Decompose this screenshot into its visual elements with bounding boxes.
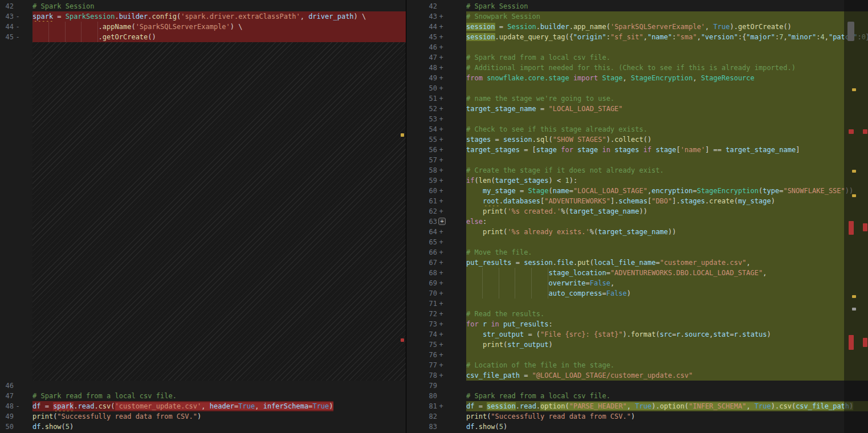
code-line: 58+# Create the stage if it does not alr…	[406, 165, 868, 175]
code-text[interactable]: .appName('SparkSQLServerExample') \	[32, 22, 243, 32]
gutter: 74+	[406, 329, 466, 340]
code-token: "@LOCAL_LOAD_STAGE/customer_update.csv"	[532, 371, 693, 379]
code-line: 68+ stage_location="ADVENTUREWORKS.DBO.L…	[406, 268, 868, 278]
code-text[interactable]: # Location of the file in the stage.	[466, 360, 614, 370]
code-text[interactable]: auto_compress=False)	[466, 288, 631, 299]
code-token: =	[672, 330, 676, 338]
code-text[interactable]: stage_location="ADVENTUREWORKS.DBO.LOCAL…	[466, 268, 767, 278]
code-content: session.update_query_tag({"origin":"sf_s…	[466, 32, 868, 42]
code-token: stages	[466, 136, 491, 144]
code-text[interactable]: df.show(5)	[466, 422, 507, 432]
code-text[interactable]: # name the stage we're going to use.	[466, 93, 614, 104]
code-token: ,	[783, 33, 787, 41]
code-content	[466, 155, 868, 165]
code-text[interactable]: if(len(target_stages) < 1):	[466, 175, 577, 186]
code-text[interactable]: print("Successfully read data from CSV."…	[466, 411, 635, 422]
code-text[interactable]: print('%s created.'%(target_stage_name))	[466, 206, 647, 217]
code-text[interactable]: # Read the results.	[466, 309, 544, 319]
code-text[interactable]: from snowflake.core.stage import Stage, …	[466, 73, 755, 83]
line-number: 43	[406, 11, 437, 22]
code-token: "PARSE_HEADER"	[569, 402, 627, 410]
code-text[interactable]: # Check to see if this stage already exi…	[466, 124, 647, 134]
code-text[interactable]: print('%s already exists.'%(target_stage…	[466, 227, 677, 237]
diff-marker: +	[437, 288, 445, 299]
code-token	[569, 74, 573, 82]
code-text[interactable]: # Create the stage if it does not alread…	[466, 165, 664, 175]
code-text[interactable]: for r in put_results:	[466, 319, 553, 329]
code-text[interactable]: print("Successfully read data from CSV."…	[32, 411, 201, 422]
code-token: .	[94, 402, 98, 410]
code-text[interactable]: session.update_query_tag({"origin":"sf_s…	[466, 32, 868, 42]
code-token: ,	[643, 33, 647, 41]
code-line: 52+target_stage_name = "LOCAL_LOAD_STAGE…	[406, 104, 868, 114]
code-token: print	[483, 228, 503, 236]
code-text[interactable]: df.show(5)	[32, 422, 74, 432]
code-token: 5	[499, 423, 503, 431]
code-text[interactable]: session = Session.builder.app_name('Spar…	[466, 22, 792, 32]
code-token: .	[536, 402, 540, 410]
code-content: # Additional import needed for this. (Ch…	[466, 63, 868, 73]
diff-marker: +	[437, 278, 445, 288]
code-text[interactable]: # Spark read from a local csv file.	[466, 52, 610, 63]
code-token: =	[53, 13, 66, 21]
gutter: 79	[406, 381, 466, 391]
right-scrollbar[interactable]	[844, 0, 868, 433]
info-mark	[852, 308, 856, 311]
diff-marker: +	[437, 73, 445, 83]
code-token: target_stage_name	[569, 207, 639, 215]
code-token: ,	[300, 13, 308, 21]
code-token: "minor"	[788, 33, 817, 41]
code-text[interactable]: df = session.read.option("PARSE_HEADER",…	[466, 401, 853, 411]
code-content: df.show(5)	[466, 422, 868, 432]
diff-marker	[437, 411, 445, 422]
code-text[interactable]: # Spark Session	[466, 1, 528, 11]
line-number: 82	[406, 411, 437, 422]
code-text[interactable]: target_stage_name = "LOCAL_LOAD_STAGE"	[466, 104, 623, 114]
code-text[interactable]: target_stages = [stage for stage in stag…	[466, 145, 800, 155]
code-text[interactable]: print(str_output)	[466, 340, 553, 350]
code-token: ).	[771, 402, 779, 410]
code-token: my_stage	[738, 197, 771, 205]
gutter: 47+	[406, 52, 466, 63]
code-text[interactable]: put_results = session.file.put(local_fil…	[466, 258, 751, 268]
code-text[interactable]: df = spark.read.csv('customer_update.csv…	[32, 401, 333, 411]
code-text[interactable]: stages = session.sql("SHOW STAGES").coll…	[466, 134, 651, 145]
code-text[interactable]: # Spark Session	[32, 1, 94, 11]
gutter: 75+	[406, 340, 466, 350]
code-text[interactable]: # Snowpark Session	[466, 11, 540, 22]
code-text[interactable]: my_stage = Stage(name="LOCAL_LOAD_STAGE"…	[466, 186, 853, 196]
code-token: )	[70, 423, 74, 431]
code-text[interactable]: # Move the file.	[466, 247, 532, 258]
code-text[interactable]: overwrite=False,	[466, 278, 614, 288]
code-token: (	[590, 259, 594, 267]
code-text[interactable]: else:	[466, 217, 487, 227]
line-number: 42	[0, 1, 14, 11]
code-text[interactable]: str_output = ("File {src}: {stat}").form…	[466, 329, 771, 340]
code-token: ):	[569, 177, 577, 185]
code-line: 71+	[406, 299, 868, 309]
code-token: read	[520, 402, 536, 410]
code-text[interactable]: spark = SparkSession.builder.config('spa…	[32, 11, 366, 22]
code-token: collect	[614, 136, 643, 144]
diff-marker: +	[437, 134, 445, 145]
code-text[interactable]: # Spark read from a local csv file.	[466, 391, 610, 401]
diff-marker: +	[437, 175, 445, 186]
scrollbar-thumb[interactable]	[847, 22, 854, 41]
code-content	[466, 381, 868, 391]
hatched-filler	[32, 42, 406, 381]
code-text[interactable]: csv_file_path = "@LOCAL_LOAD_STAGE/custo…	[466, 370, 692, 381]
gutter: 57+	[406, 155, 466, 165]
code-token: (	[495, 423, 499, 431]
code-text[interactable]: # Spark read from a local csv file.	[32, 391, 177, 401]
code-token	[466, 330, 483, 338]
code-token: df	[32, 402, 40, 410]
code-text[interactable]: root.databases["ADVENTUREWORKS"].schemas…	[466, 196, 775, 206]
code-text[interactable]: # Additional import needed for this. (Ch…	[466, 63, 796, 73]
diff-marker: -	[14, 11, 22, 22]
code-token: # Additional import needed for this. (Ch…	[466, 64, 796, 72]
code-token: header	[210, 402, 234, 410]
gutter: 42	[406, 1, 466, 11]
diff-marker: +	[437, 124, 445, 134]
code-text[interactable]: .getOrCreate()	[32, 32, 156, 42]
insert-change-button[interactable]: +	[438, 218, 446, 225]
